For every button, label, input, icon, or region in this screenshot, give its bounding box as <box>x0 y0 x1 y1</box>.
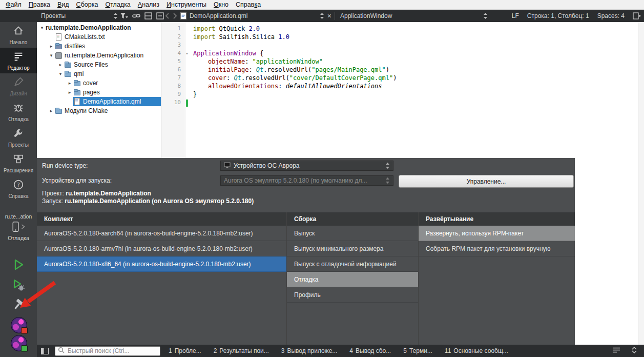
code-line[interactable]: 7 cover: Qt.resolvedUrl("cover/DefaultCo… <box>161 74 644 82</box>
kit-option[interactable]: AuroraOS-5.2.0.180-x86_64 (in aurora-os-… <box>37 256 286 272</box>
filter-icon[interactable] <box>120 12 128 19</box>
editor-scrollbar[interactable] <box>638 22 644 345</box>
kit-option[interactable]: Выпуск <box>287 226 418 241</box>
menu-window[interactable]: Окно <box>210 1 232 8</box>
output-pane-2[interactable]: 2Результаты пои... <box>214 347 269 354</box>
back-icon[interactable] <box>165 13 170 19</box>
tree-item-content[interactable]: ru.template.DemoApplication <box>45 23 161 32</box>
updown-arrows-icon[interactable] <box>320 12 324 19</box>
tree-item[interactable]: ▸Source Files <box>37 60 161 69</box>
menu-help[interactable]: Справка <box>232 1 264 8</box>
mode-welcome[interactable]: Начало <box>0 22 37 48</box>
expander-icon[interactable]: ▾ <box>57 71 64 76</box>
project-tree: ▾ru.template.DemoApplicationCMakeLists.t… <box>37 22 161 158</box>
menu-debug[interactable]: Отладка <box>101 1 134 8</box>
kit-option[interactable]: Собрать RPM пакет для установки вручную <box>419 241 575 256</box>
tree-item[interactable]: ▸cover <box>37 78 161 88</box>
menu-edit[interactable]: Правка <box>25 1 54 8</box>
kit-option[interactable]: Профиль <box>287 287 418 303</box>
aurora-build-engine-icon[interactable] <box>11 335 27 351</box>
code-line[interactable]: 1import QtQuick 2.0 <box>161 25 644 33</box>
output-pane-3[interactable]: 3Вывод приложе... <box>281 347 338 354</box>
expander-icon[interactable]: ▸ <box>67 81 73 86</box>
split-editor-icon[interactable] <box>633 12 641 19</box>
output-list-icon[interactable] <box>612 347 620 355</box>
tree-item-label: distfiles <box>65 43 85 50</box>
kit-option[interactable]: Выпуск с отладочной информацией <box>287 256 418 272</box>
kit-option[interactable]: Развернуть, используя RPM-пакет <box>419 226 575 241</box>
tree-item-content[interactable]: cover <box>73 78 161 88</box>
tree-item-content[interactable]: ru.template.DemoApplication <box>54 51 161 60</box>
mode-projects[interactable]: Проекты <box>0 125 37 150</box>
close-icon[interactable]: × <box>327 12 331 19</box>
tree-item[interactable]: ▾ru.template.DemoApplication <box>37 51 161 60</box>
menu-analyze[interactable]: Анализ <box>134 1 163 8</box>
sidebar-toggle-icon[interactable] <box>41 348 49 354</box>
mode-debug[interactable]: Отладка <box>0 99 37 125</box>
split-icon[interactable] <box>144 12 152 19</box>
aurora-emulator-icon[interactable] <box>11 317 27 333</box>
kit-option[interactable]: AuroraOS-5.2.0.180-aarch64 (in aurora-os… <box>37 226 286 241</box>
code-line[interactable]: 8 allowedOrientations: defaultAllowedOri… <box>161 82 644 90</box>
run-device-type-combo[interactable]: Устройство ОС Аврора <box>220 161 393 171</box>
tree-item-content[interactable]: pages <box>73 88 161 97</box>
output-pane-11[interactable]: 11Основные сообщ... <box>445 347 508 354</box>
kit-option[interactable]: AuroraOS-5.2.0.180-armv7hl (in aurora-os… <box>37 241 286 256</box>
tree-item[interactable]: ▸Модули CMake <box>37 106 161 115</box>
locator-search[interactable] <box>55 346 160 356</box>
forward-icon[interactable] <box>173 13 177 19</box>
expander-icon[interactable]: ▸ <box>57 62 64 67</box>
expander-icon[interactable]: ▸ <box>48 44 54 49</box>
expander-icon[interactable]: ▾ <box>39 25 45 30</box>
tree-item[interactable]: ▸pages <box>37 88 161 97</box>
menu-build[interactable]: Сборка <box>73 1 102 8</box>
line-ending-indicator[interactable]: LF <box>512 12 519 19</box>
menu-file[interactable]: Файл <box>2 1 25 8</box>
expander-icon[interactable]: ▸ <box>48 108 54 113</box>
kit-column-0: КомплектAuroraOS-5.2.0.180-aarch64 (in a… <box>37 212 287 345</box>
cursor-position-indicator[interactable]: Строка: 1, Столбец: 1 <box>527 12 589 19</box>
kit-option[interactable]: Отладка <box>287 272 418 287</box>
kit-selector-button[interactable]: ru.te...ation Отладка <box>0 213 37 245</box>
kit-option[interactable]: Выпуск минимального размера <box>287 241 418 256</box>
code-line[interactable]: 2import Sailfish.Silica 1.0 <box>161 33 644 41</box>
output-pane-5[interactable]: 5Терми... <box>403 347 432 354</box>
symbol-combo[interactable]: ApplicationWindow <box>340 10 488 22</box>
menu-view[interactable]: Вид <box>54 1 73 8</box>
output-pane-1[interactable]: 1Пробле... <box>169 347 201 354</box>
tree-item[interactable]: DemoApplication.qml <box>37 97 161 106</box>
code-line[interactable]: 9} <box>161 90 644 98</box>
tree-item[interactable]: ▾qml <box>37 69 161 78</box>
mode-help[interactable]: ?Справка <box>0 176 37 202</box>
mode-edit[interactable]: Редактор <box>0 48 37 73</box>
tree-item[interactable]: CMakeLists.txt <box>37 32 161 42</box>
tree-item-content[interactable]: DemoApplication.qml <box>73 97 161 106</box>
open-file-tab[interactable]: DemoApplication.qml <box>190 12 317 19</box>
code-line[interactable]: 6 initialPage: Qt.resolvedUrl("pages/Mai… <box>161 66 644 74</box>
mode-extensions[interactable]: Расширения <box>0 150 37 176</box>
tree-item[interactable]: ▸distfiles <box>37 42 161 51</box>
search-input[interactable] <box>67 347 151 355</box>
fold-marker-icon[interactable]: ▾ <box>183 49 191 57</box>
sync-with-editor-icon[interactable] <box>132 12 140 19</box>
code-line[interactable]: 3 <box>161 41 644 49</box>
tree-item-content[interactable]: CMakeLists.txt <box>54 32 161 42</box>
tree-item[interactable]: ▾ru.template.DemoApplication <box>37 23 161 32</box>
code-line[interactable]: 4▾ApplicationWindow { <box>161 49 644 57</box>
output-pane-4[interactable]: 4Вывод сбо... <box>349 347 391 354</box>
expand-panes-icon[interactable] <box>632 347 637 355</box>
expander-icon[interactable]: ▸ <box>67 90 73 95</box>
indent-indicator[interactable]: Spaces: 4 <box>597 12 625 19</box>
code-line[interactable]: 10 <box>161 98 644 107</box>
manage-devices-button[interactable]: Управление... <box>399 175 574 188</box>
tree-item-content[interactable]: distfiles <box>54 42 161 51</box>
run-button[interactable] <box>11 258 26 272</box>
code-line[interactable]: 5 objectName: "applicationWindow" <box>161 57 644 66</box>
tree-item-content[interactable]: Модули CMake <box>54 106 161 115</box>
collapse-icon[interactable] <box>156 12 164 19</box>
expander-icon[interactable]: ▾ <box>48 53 54 58</box>
tree-item-content[interactable]: qml <box>64 69 161 78</box>
projects-panel-combo[interactable]: Проекты <box>41 10 118 22</box>
menu-tools[interactable]: Инструменты <box>163 1 210 8</box>
tree-item-content[interactable]: Source Files <box>64 60 161 69</box>
